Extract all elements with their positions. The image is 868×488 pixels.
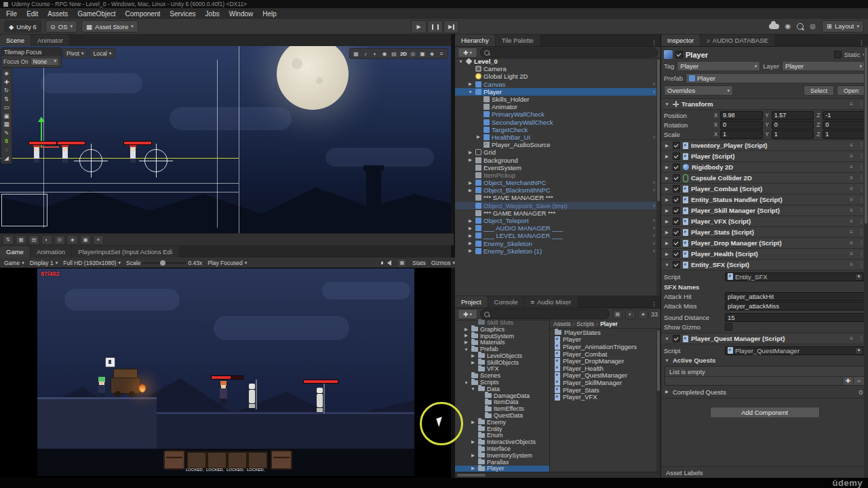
foldout-icon[interactable]: ▶ [664,197,670,203]
scale-slider-knob[interactable] [160,260,165,266]
asset-player-animationtriggers[interactable]: Player_AnimationTriggers [550,343,656,350]
foldout-icon[interactable]: ▶ [470,360,476,365]
tab-player-input-set[interactable]: PlayerInputSet (Input Actions Edi [72,246,178,258]
tab-inspector[interactable]: Inspector [661,35,700,46]
hierarchy-item-global-light-2d[interactable]: Global Light 2D [455,73,656,80]
menu-edit[interactable]: Edit [22,9,43,19]
menu-services[interactable]: Services [165,9,200,19]
foldout-icon[interactable]: ▶ [664,186,670,192]
menu-assets[interactable]: Assets [43,9,73,19]
scene-2d-toggle[interactable]: 2D [399,51,408,57]
component-enabled-checkbox[interactable] [673,196,680,203]
assets-scrollbar[interactable] [656,329,660,472]
foldout-icon[interactable]: ▼ [467,89,473,94]
component-entity-sfx[interactable]: ▼ Entity_SFX (Script) ≡ ⋮ [661,260,868,270]
hierarchy-item-canvas[interactable]: ▶Canvas› [455,81,656,88]
overrides-dropdown[interactable]: Overrides▾ [664,85,733,96]
hierarchy-item-object-blacksmithnpc[interactable]: ▶Object_BlacksmithNPC› [455,186,656,194]
scene-bottom-tool-1-icon[interactable]: ▦ [16,235,26,245]
remove-list-item-button[interactable]: − [853,377,864,385]
project-folder-levelobjects[interactable]: ▶LevelObjects [455,352,549,359]
transform-rotation-x-field[interactable]: 0 [720,121,763,129]
active-checkbox[interactable] [675,51,683,58]
component-player-combat-script[interactable]: ▶Player_Combat (Script)≡⋮ [661,184,868,195]
foldout-icon[interactable]: ▶ [470,453,476,458]
object-picker-icon[interactable] [855,347,863,354]
game-viewport[interactable]: 87/402 LOCKED,LOCKED,LOCKED,LOCKED, [0,268,451,478]
component-enabled-checkbox[interactable] [673,174,680,182]
menu-help[interactable]: Help [258,9,281,19]
tab-hierarchy[interactable]: Hierarchy [455,35,495,46]
component-enabled-checkbox[interactable] [673,239,680,247]
sound-distance-field[interactable]: 15 [725,313,865,322]
project-horizontal-scrollbar[interactable] [455,472,660,478]
project-folder-prefab[interactable]: ▼Prefab [455,346,549,352]
presets-icon[interactable]: ≡ [848,207,854,214]
play-focused-dropdown[interactable]: Play Focused▾ [208,260,247,266]
component-player-vfx-script[interactable]: ▶Player_VFX (Script)≡⋮ [661,216,868,227]
project-folder-player[interactable]: ▶Player [455,466,549,472]
project-folder-enemy[interactable]: ▶Enemy [455,419,549,426]
hierarchy-item-game-manager[interactable]: *** GAME MANAGER *** [455,209,656,217]
add-component-button[interactable]: Add Component [710,407,820,418]
gizmo-x-axis[interactable] [41,146,59,148]
search-icon[interactable] [797,23,804,30]
scene-bottom-tool-7-icon[interactable]: ≡ [93,235,104,245]
breadcrumb-player[interactable]: Player [600,321,618,327]
hierarchy-item-secondarywallcheck[interactable]: SecondaryWallCheck [455,119,656,126]
resolution-dropdown[interactable]: Full HD (1920x1080)▾ [63,260,121,266]
gameobject-name[interactable]: Player [686,51,708,59]
scene-tool-2-icon[interactable]: ↻ [4,87,9,94]
foldout-icon[interactable]: ▶ [475,134,481,140]
prefab-open-arrow[interactable]: › [653,241,655,247]
presets-icon[interactable]: ≡ [848,186,854,192]
component-player-stats-script[interactable]: ▶Player_Stats (Script)≡⋮ [661,227,868,238]
project-folder-graphics[interactable]: ▶Graphics [455,326,549,333]
foldout-icon[interactable]: ▶ [664,241,670,246]
scene-tool-7-icon[interactable]: ✎ [4,130,9,136]
foldout-icon[interactable]: ▶ [664,154,670,159]
breadcrumb-assets[interactable]: Assets [553,321,571,327]
foldout-icon[interactable]: ▶ [463,327,469,332]
project-folder-scenes[interactable]: Scenes [455,372,549,379]
script-object-field[interactable]: Player_QuestManager [725,346,865,355]
component-enabled-checkbox[interactable] [673,335,680,342]
transform-scale-z-field[interactable]: 1 [823,130,865,139]
tab-scene[interactable]: Scene [0,35,31,46]
os-dropdown[interactable]: ⊙ OS▾ [45,20,77,33]
tab-tile-palette[interactable]: Tile Palette [496,35,540,46]
scene-view-option-0-icon[interactable]: ▦ [352,51,360,57]
foldout-icon[interactable]: ▶ [467,226,473,231]
scene-view-option-9-icon[interactable]: ≡ [437,51,446,57]
presets-icon[interactable]: ≡ [848,101,854,107]
step-button[interactable]: ▶ [443,20,459,33]
pause-button[interactable] [427,20,443,33]
hierarchy-item-camera[interactable]: Camera [455,65,656,73]
prefab-open-arrow[interactable]: › [653,81,655,87]
focus-on-dropdown[interactable]: None▾ [31,58,59,66]
project-folder-data[interactable]: ▼Data [455,386,549,392]
presets-icon[interactable]: ≡ [848,262,854,268]
hierarchy-item-primarywallcheck[interactable]: PrimaryWallCheck [455,110,656,118]
scene-tool-0-icon[interactable]: ◈ [4,70,9,77]
hierarchy-item-healthbar-ui[interactable]: ▶HealthBar_UI› [455,134,656,141]
project-folder-inputsystem[interactable]: ▶InputSystem [455,333,549,340]
foldout-icon[interactable]: ▶ [467,188,473,193]
gizmos-dropdown[interactable]: Gizmos▾ [431,260,455,266]
foldout-icon[interactable]: ▼ [458,59,464,64]
inspector-scrollbar[interactable] [864,46,868,478]
npc-sprite[interactable] [61,146,69,163]
prefab-open-arrow[interactable]: › [653,180,655,186]
scene-bottom-tool-5-icon[interactable]: ◈ [67,235,78,245]
scene-viewport[interactable]: Tilemap Focus Focus On None▾ Pivot▾ Loca… [0,46,451,234]
foldout-icon[interactable]: ▶ [467,150,473,155]
project-folder-itemdata[interactable]: ItemData [455,399,549,406]
asset-store-dropdown[interactable]: ▦ Asset Store▾ [81,20,138,33]
foldout-icon[interactable]: ▶ [467,241,473,246]
asset-player[interactable]: Player [550,336,656,344]
scale-slider[interactable] [142,262,186,264]
menu-component[interactable]: Component [121,9,165,19]
asset-player-dropmanager[interactable]: Player_DropManager [550,357,656,365]
add-list-item-button[interactable]: ✚ [842,377,853,385]
scene-bottom-tool-4-icon[interactable]: ◎ [54,235,65,245]
